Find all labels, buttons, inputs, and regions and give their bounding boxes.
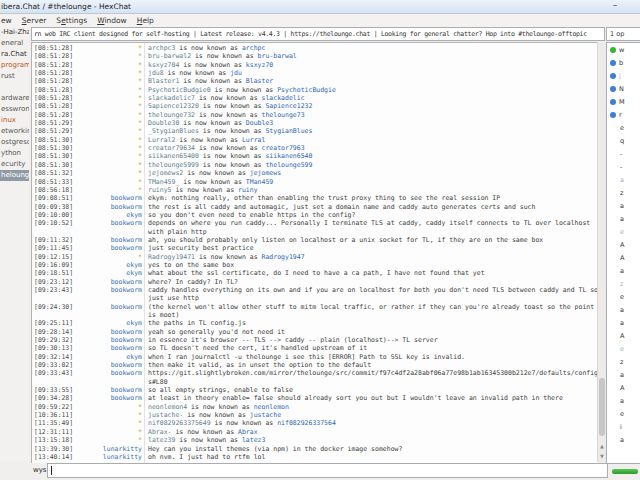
- minimize-button[interactable]: –: [600, 0, 630, 12]
- user-list-item[interactable]: z: [607, 277, 640, 290]
- topic-input[interactable]: rn web IRC client designed for self-host…: [31, 27, 605, 41]
- user-nick: e: [620, 293, 624, 301]
- user-list-item[interactable]: M: [607, 95, 640, 108]
- nick-label: *: [78, 152, 142, 160]
- timestamp: [09:33:55]: [32, 386, 78, 394]
- nick-label: bookworm: [78, 303, 142, 311]
- user-list-item[interactable]: a: [607, 173, 640, 186]
- menu-item-server[interactable]: Server: [18, 16, 53, 25]
- user-list-item[interactable]: b: [607, 56, 640, 69]
- user-list-item[interactable]: r: [607, 108, 640, 121]
- user-nick: a: [620, 176, 624, 184]
- channel-tree-item[interactable]: rust: [0, 71, 29, 82]
- channel-tree-item[interactable]: etworkin: [0, 126, 29, 137]
- channel-tree-item[interactable]: programm: [0, 60, 29, 71]
- menu-item-window[interactable]: Window: [93, 16, 133, 25]
- chat-line: [08:51:32]*jejomews2 is now known as jej…: [32, 169, 598, 177]
- user-list-item[interactable]: e: [607, 225, 640, 238]
- menu-item-ew[interactable]: ew: [0, 16, 18, 25]
- message-text: Blaster1 is now known as Blaster: [142, 77, 598, 85]
- chat-line: [09:32:14]ekymwhen I ran journalctl -u t…: [32, 353, 598, 361]
- user-nick: a: [620, 267, 624, 275]
- user-list-item[interactable]: e: [607, 342, 640, 355]
- channel-tree-item[interactable]: ecurity: [0, 159, 29, 170]
- user-list-item[interactable]: A: [607, 251, 640, 264]
- new-nick: creator7963: [262, 144, 305, 152]
- user-list: wbjNMreq--azaaeAAazeaaAezaAaeia: [606, 42, 640, 464]
- scrollbar-up-arrow[interactable]: ▲: [598, 442, 606, 451]
- user-list-item[interactable]: a: [607, 212, 640, 225]
- user-list-item[interactable]: a: [607, 316, 640, 329]
- timestamp: [08:51:28]: [32, 44, 78, 52]
- user-list-item[interactable]: e: [607, 290, 640, 303]
- timestamp: [10:36:11]: [32, 411, 78, 419]
- channel-tree-item[interactable]: ython: [0, 148, 29, 159]
- user-nick: a: [620, 202, 624, 210]
- user-list-item[interactable]: a: [607, 264, 640, 277]
- timestamp: [09:11:32]: [32, 236, 78, 244]
- user-nick: M: [619, 98, 625, 106]
- old-nick: archpc3: [148, 44, 175, 52]
- timestamp: [09:10:00]: [32, 211, 78, 219]
- user-list-item[interactable]: N: [607, 82, 640, 95]
- channel-tree-item[interactable]: ra.Chat: [0, 49, 29, 60]
- menu-item-settings[interactable]: Settings: [52, 16, 93, 25]
- nick-label: *: [78, 436, 142, 444]
- old-nick: thelounge732: [148, 111, 195, 119]
- channel-tree-item[interactable]: -Hai-Zha: [0, 27, 29, 38]
- user-list-item[interactable]: a: [607, 303, 640, 316]
- user-list-item[interactable]: w: [607, 43, 640, 56]
- user-list-item[interactable]: -: [607, 147, 640, 160]
- chat-line: [09:11:32]bookwormah, you should probabl…: [32, 236, 598, 244]
- chat-line: is moot): [32, 311, 598, 319]
- user-status-icon: [610, 86, 616, 92]
- timestamp: [09:30:13]: [32, 344, 78, 352]
- channel-tree-item[interactable]: esswrong: [0, 104, 29, 115]
- user-list-item[interactable]: e: [607, 407, 640, 420]
- chat-line: [09:09:38]bookwormthe rest is all caddy …: [32, 203, 598, 211]
- message-text: _StygianBlues is now known as StygianBlu…: [142, 127, 598, 135]
- user-nick: i: [620, 423, 622, 431]
- own-nick-label[interactable]: wys: [33, 466, 47, 474]
- nick-label: ekym: [78, 211, 142, 219]
- user-list-item[interactable]: a: [607, 394, 640, 407]
- menu-item-help[interactable]: Help: [133, 16, 160, 25]
- chat-line: [13:15:18]*latez39 is now known as latez…: [32, 436, 598, 444]
- new-nick: thelounge73: [262, 111, 305, 119]
- scrollbar-down-arrow[interactable]: ▼: [598, 452, 606, 461]
- chat-line: [08:51:28]*thelounge732 is now known as …: [32, 111, 598, 119]
- title-bar[interactable]: ibera.Chat / #thelounge - HexChat –: [0, 0, 640, 14]
- message-text: Sapience12320 is now known as Sapience12…: [142, 102, 598, 110]
- user-list-item[interactable]: i: [607, 420, 640, 433]
- new-nick: slackadelic: [262, 94, 305, 102]
- chat-line: [08:51:28]*ksxyz704 is now known as ksxy…: [32, 61, 598, 69]
- user-list-item[interactable]: A: [607, 381, 640, 394]
- user-list-item[interactable]: j: [607, 69, 640, 82]
- channel-tree-item[interactable]: inux: [0, 115, 29, 126]
- chat-line: [08:51:28]*bru-barwal2 is now known as b…: [32, 52, 598, 60]
- user-list-item[interactable]: a: [607, 199, 640, 212]
- timestamp: [08:51:28]: [32, 61, 78, 69]
- channel-tree-item[interactable]: eneral: [0, 38, 29, 49]
- new-nick: ruiny: [238, 186, 258, 194]
- user-list-item[interactable]: A: [607, 238, 640, 251]
- channel-tree-item[interactable]: ostgresq: [0, 137, 29, 148]
- timestamp: [09:33:43]: [32, 369, 78, 377]
- old-nick: justache-: [148, 411, 183, 419]
- scrollbar-thumb[interactable]: [599, 378, 605, 436]
- user-list-item[interactable]: q: [607, 134, 640, 147]
- user-list-item[interactable]: z: [607, 355, 640, 368]
- user-list-item[interactable]: a: [607, 433, 640, 446]
- user-list-item[interactable]: e: [607, 121, 640, 134]
- message-input[interactable]: [47, 463, 608, 478]
- timestamp: [08:51:32]: [32, 169, 78, 177]
- user-list-item[interactable]: a: [607, 368, 640, 381]
- channel-tree-item[interactable]: helounge: [0, 170, 29, 181]
- channel-tree-item[interactable]: [0, 82, 29, 93]
- channel-tree-item[interactable]: ardware: [0, 93, 29, 104]
- user-list-item[interactable]: -: [607, 160, 640, 173]
- user-nick: a: [620, 319, 624, 327]
- user-list-item[interactable]: z: [607, 186, 640, 199]
- chat-line: [09:11:45]bookwormjust security best pra…: [32, 244, 598, 252]
- user-list-item[interactable]: A: [607, 329, 640, 342]
